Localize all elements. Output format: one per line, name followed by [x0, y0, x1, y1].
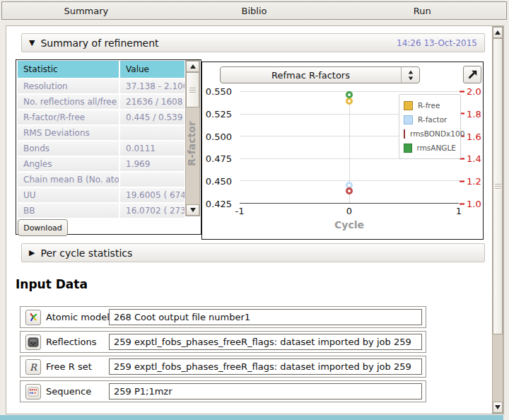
scroll-up-button[interactable]	[186, 61, 199, 72]
scroll-down-button[interactable]	[186, 204, 199, 216]
export-chart-button[interactable]	[463, 66, 481, 83]
table-row: R-factor/R-free 0.445 / 0.539	[18, 110, 185, 124]
job-timestamp: 14:26 13-Oct-2015	[397, 38, 477, 48]
chart-panel: Refmac R-factors 0.550 0.525 0.500 0.475…	[201, 62, 484, 240]
reflections-icon[interactable]	[25, 334, 41, 350]
table-row: Bonds 0.0111	[18, 141, 185, 156]
bottom-scrollbar[interactable]	[0, 415, 503, 420]
table-row: RMS Deviations	[18, 126, 185, 140]
sequence-icon[interactable]	[25, 384, 41, 399]
scroll-down-button[interactable]	[493, 402, 503, 413]
reflections-field[interactable]	[109, 334, 422, 350]
tab-run[interactable]: Run	[338, 2, 506, 19]
input-row-atomic-model: Atomic model	[20, 306, 426, 328]
right-axis-ticks: 2.0 1.8 1.6 1.4 1.2 1.0	[460, 91, 484, 204]
grip-icon	[495, 184, 501, 185]
data-point-rmsANGLE	[346, 91, 353, 98]
tab-summary[interactable]: Summary	[2, 2, 170, 19]
input-row-free-r-set: R Free R set	[20, 356, 426, 378]
table-row: UU 19.6005 ( 674 )	[18, 188, 185, 202]
legend-item: R-free	[404, 98, 456, 112]
app-window: Summary Biblio Run ▼ Summary of refineme…	[0, 0, 509, 420]
legend-swatch-r-free	[404, 101, 413, 110]
atomic-model-field[interactable]	[109, 309, 422, 325]
atomic-model-icon[interactable]	[25, 310, 41, 325]
statistics-table: Statistic Value Resolution 37.138 - 2.10…	[18, 61, 185, 219]
table-row: BB 16.0702 ( 273 )	[18, 204, 185, 218]
section-title: Summary of refinement	[40, 37, 158, 49]
free-r-set-field[interactable]	[109, 358, 422, 375]
input-label: Atomic model	[46, 307, 110, 327]
input-label: Sequence	[46, 381, 91, 402]
chart-selector-dropdown[interactable]: Refmac R-factors	[220, 66, 420, 83]
data-point-R-free	[346, 98, 353, 105]
collapse-right-icon: ▶	[29, 248, 35, 257]
legend-item: R-factor	[404, 112, 456, 127]
spinner-arrows-icon	[401, 67, 419, 83]
x-axis-title: Cycle	[240, 219, 459, 231]
arrow-up-icon	[495, 30, 501, 35]
col-header-value: Value	[120, 61, 185, 78]
arrow-down-icon	[495, 405, 501, 409]
arrow-down-icon	[190, 208, 196, 212]
scrollbar-thumb[interactable]	[493, 38, 503, 334]
table-header-row: Statistic Value	[18, 61, 185, 78]
arrow-up-icon	[190, 64, 196, 69]
x-axis-ticks: -1 0 1	[240, 206, 459, 217]
input-row-reflections: Reflections	[20, 331, 426, 353]
table-row: Chain mean B (No. atoms)	[18, 173, 185, 187]
sequence-field[interactable]	[109, 383, 422, 399]
legend-swatch-r-factor	[404, 115, 413, 124]
section-summary-of-refinement[interactable]: ▼ Summary of refinement 14:26 13-Oct-201…	[21, 33, 485, 52]
chart-legend: R-free R-factor rmsBONDx100 rmsANGLE	[399, 94, 461, 159]
y-axis-title: R-factor	[186, 112, 199, 175]
tick-mark	[460, 91, 464, 92]
statistics-table-panel: Statistic Value Resolution 37.138 - 2.10…	[16, 59, 201, 235]
legend-item: rmsANGLE	[404, 141, 456, 155]
export-arrow-icon	[466, 69, 479, 81]
tab-biblio[interactable]: Biblio	[170, 2, 339, 19]
table-row: Angles 1.969	[18, 157, 185, 171]
table-row: No. reflections all/free 21636 / 1608	[18, 95, 185, 109]
scrollbar-thumb[interactable]	[186, 72, 199, 107]
legend-swatch-rmsangle	[404, 144, 412, 153]
legend-item: rmsBONDx100	[404, 127, 456, 141]
data-point-rmsBONDx100	[346, 187, 353, 194]
section-per-cycle-statistics[interactable]: ▶ Per cycle statistics	[21, 243, 485, 262]
top-tab-bar: Summary Biblio Run	[1, 1, 507, 20]
collapse-down-icon: ▼	[29, 38, 35, 47]
input-data-heading: Input Data	[16, 277, 88, 291]
grip-icon	[189, 88, 196, 88]
input-row-sequence: Sequence	[20, 380, 426, 402]
left-axis-ticks: 0.550 0.525 0.500 0.475 0.450 0.425	[202, 91, 236, 204]
download-button[interactable]: Download	[18, 219, 68, 236]
chart-selector-value: Refmac R-factors	[221, 70, 401, 81]
page-scrollbar[interactable]	[492, 26, 503, 414]
input-label: Reflections	[46, 332, 96, 352]
legend-swatch-rmsbond	[404, 129, 405, 139]
section-title: Per cycle statistics	[40, 247, 132, 259]
table-row: Resolution 37.138 - 2.100	[18, 79, 185, 93]
free-r-icon[interactable]: R	[25, 359, 41, 375]
input-label: Free R set	[46, 356, 92, 377]
scroll-up-button[interactable]	[493, 27, 503, 38]
col-header-statistic: Statistic	[18, 61, 119, 78]
